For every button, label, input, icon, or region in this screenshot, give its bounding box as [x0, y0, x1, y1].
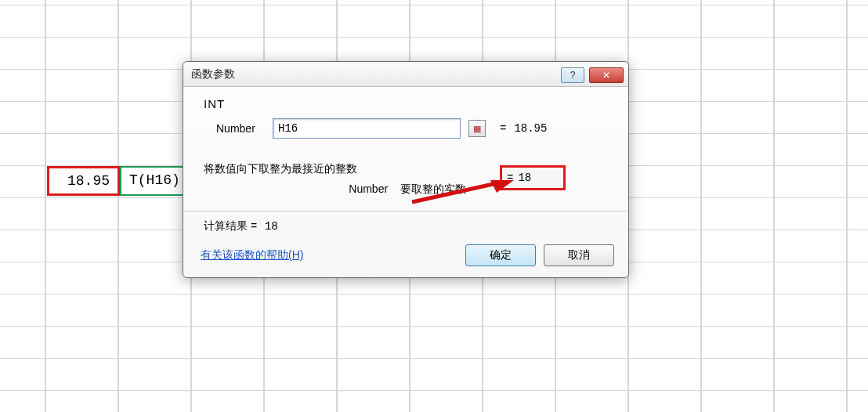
close-button[interactable]: ✕ [589, 67, 624, 83]
argument-input[interactable] [273, 118, 461, 139]
calculation-result-label: 计算结果 = [204, 219, 257, 232]
cancel-button[interactable]: 取消 [544, 244, 614, 266]
argument-row: Number ▦ = 18.95 [216, 118, 614, 139]
dialog-titlebar[interactable]: 函数参数 ? ✕ [183, 62, 628, 87]
argument-evaluated: 18.95 [514, 122, 547, 135]
result-callout: = 18 [500, 165, 566, 190]
function-help-link[interactable]: 有关该函数的帮助(H) [201, 248, 458, 262]
argument-description-label: Number [349, 183, 388, 195]
function-name: INT [204, 97, 614, 110]
function-arguments-dialog: 函数参数 ? ✕ INT Number ▦ = 18.95 = 18 将数值 [183, 61, 629, 278]
dialog-title: 函数参数 [191, 67, 561, 81]
argument-label: Number [216, 122, 265, 135]
equals-sign: = [500, 122, 506, 135]
divider [183, 211, 628, 211]
dialog-footer: 有关该函数的帮助(H) 确定 取消 [201, 244, 614, 266]
ok-button[interactable]: 确定 [465, 244, 536, 266]
result-value: 18 [518, 172, 531, 184]
range-selector-button[interactable]: ▦ [468, 120, 486, 137]
cell-value: 18.95 [67, 173, 110, 189]
help-button[interactable]: ? [561, 67, 584, 83]
cell-h16[interactable]: 18.95 [47, 166, 120, 196]
help-icon: ? [570, 70, 576, 81]
close-icon: ✕ [602, 70, 610, 81]
argument-description-text: 要取整的实数 [400, 183, 466, 195]
calculation-result: 计算结果 = 18 [204, 219, 614, 233]
equals-sign: = [507, 172, 513, 184]
calculation-result-value: 18 [265, 220, 278, 233]
range-selector-icon: ▦ [473, 124, 481, 134]
cell-value: T(H16) [129, 172, 180, 188]
